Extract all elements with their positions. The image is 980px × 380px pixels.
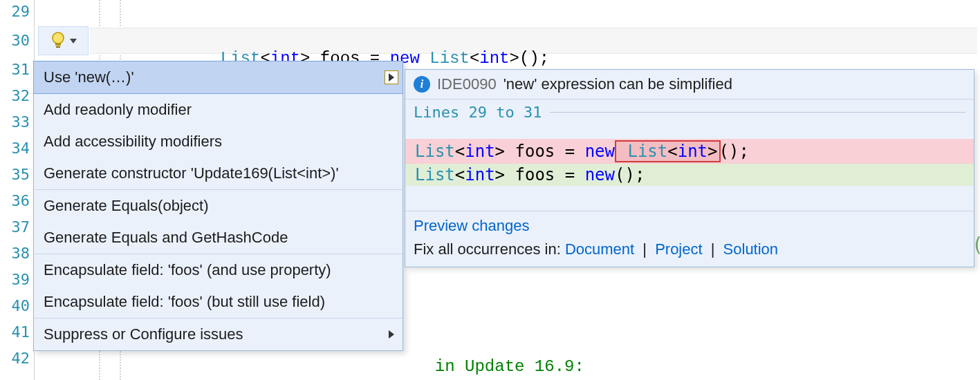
- quick-action-use-new[interactable]: Use 'new(…)': [33, 61, 403, 94]
- line-number: 42: [12, 350, 30, 367]
- info-icon: i: [414, 76, 430, 93]
- preview-diff: List<int> foos = new List<int>(); List<i…: [405, 125, 974, 211]
- line-number: 33: [12, 113, 30, 131]
- diff-highlight: List<int>: [615, 140, 721, 162]
- quick-action-generate-equals[interactable]: Generate Equals(object): [34, 190, 403, 222]
- preview-range-row: Lines 29 to 31: [405, 99, 974, 125]
- quick-action-label: Encapsulate field: 'foos' (but still use…: [44, 293, 325, 310]
- quick-action-add-accessibility[interactable]: Add accessibility modifiers: [34, 126, 403, 158]
- diff-removed-line: List<int> foos = new List<int>();: [405, 139, 974, 164]
- line-number: 38: [12, 245, 30, 262]
- line-number: 41: [12, 323, 30, 341]
- svg-rect-1: [55, 44, 61, 46]
- line-number: 34: [12, 140, 30, 157]
- quick-action-add-readonly[interactable]: Add readonly modifier: [34, 94, 403, 126]
- preview-footer: Preview changes Fix all occurrences in: …: [405, 211, 974, 267]
- fix-all-label: Fix all occurrences in:: [414, 240, 561, 258]
- line-number-gutter: 29 30 31 32 33 34 35 36 37 38 39 40 41 4…: [0, 0, 35, 380]
- line-number: 31: [12, 61, 30, 78]
- quick-action-encapsulate-field[interactable]: Encapsulate field: 'foos' (but still use…: [34, 286, 403, 318]
- quick-actions-menu: Use 'new(…)' Add readonly modifier Add a…: [33, 61, 403, 351]
- quick-action-label: Generate Equals and GetHashCode: [44, 229, 288, 246]
- submenu-arrow-icon: [385, 70, 398, 84]
- lightbulb-icon: [50, 32, 66, 50]
- fix-scope-solution-link[interactable]: Solution: [723, 240, 779, 258]
- line-number: 35: [12, 166, 30, 183]
- preview-range-label: Lines 29 to 31: [414, 104, 542, 121]
- line-number: 30: [12, 32, 30, 49]
- quick-action-preview-pane: i IDE0090 'new' expression can be simpli…: [405, 69, 974, 267]
- diagnostic-code[interactable]: IDE0090: [437, 75, 497, 93]
- caret-down-icon: [70, 39, 77, 44]
- diagnostic-message: 'new' expression can be simplified: [503, 75, 732, 93]
- fix-scope-project-link[interactable]: Project: [655, 240, 702, 258]
- svg-point-0: [53, 32, 64, 44]
- fix-scope-document-link[interactable]: Document: [565, 240, 634, 258]
- diff-added-line: List<int> foos = new();: [405, 164, 974, 186]
- quick-action-label: Generate constructor 'Update169(List<int…: [44, 164, 339, 182]
- line-number: 39: [12, 271, 30, 288]
- preview-header: i IDE0090 'new' expression can be simpli…: [405, 70, 974, 99]
- quick-action-encapsulate-property[interactable]: Encapsulate field: 'foos' (and use prope…: [34, 254, 403, 286]
- quick-action-label: Encapsulate field: 'foos' (and use prope…: [44, 261, 331, 278]
- separator: |: [711, 240, 715, 258]
- svg-rect-2: [56, 46, 60, 48]
- code-comment-line[interactable]: in Update 16.9:: [415, 339, 584, 376]
- line-number: 32: [12, 87, 30, 104]
- quick-action-label: Suppress or Configure issues: [44, 325, 243, 343]
- quick-action-generate-constructor[interactable]: Generate constructor 'Update169(List<int…: [34, 158, 403, 189]
- line-number: 36: [12, 192, 30, 209]
- quick-action-suppress-configure[interactable]: Suppress or Configure issues: [34, 319, 403, 350]
- separator: |: [642, 240, 647, 258]
- divider: [550, 112, 965, 113]
- quick-action-label: Use 'new(…)': [44, 68, 134, 86]
- quick-action-label: Generate Equals(object): [44, 197, 208, 214]
- lightbulb-button[interactable]: [38, 26, 89, 55]
- line-number: 37: [12, 218, 30, 236]
- quick-action-label: Add readonly modifier: [44, 101, 192, 118]
- preview-changes-link[interactable]: Preview changes: [414, 217, 530, 234]
- line-number: 29: [12, 3, 30, 20]
- line-number: 40: [12, 297, 30, 314]
- submenu-arrow-icon: [385, 327, 398, 341]
- brace-match-hint: (: [972, 234, 980, 254]
- quick-action-label: Add accessibility modifiers: [44, 133, 222, 150]
- quick-action-generate-equals-hashcode[interactable]: Generate Equals and GetHashCode: [34, 222, 403, 254]
